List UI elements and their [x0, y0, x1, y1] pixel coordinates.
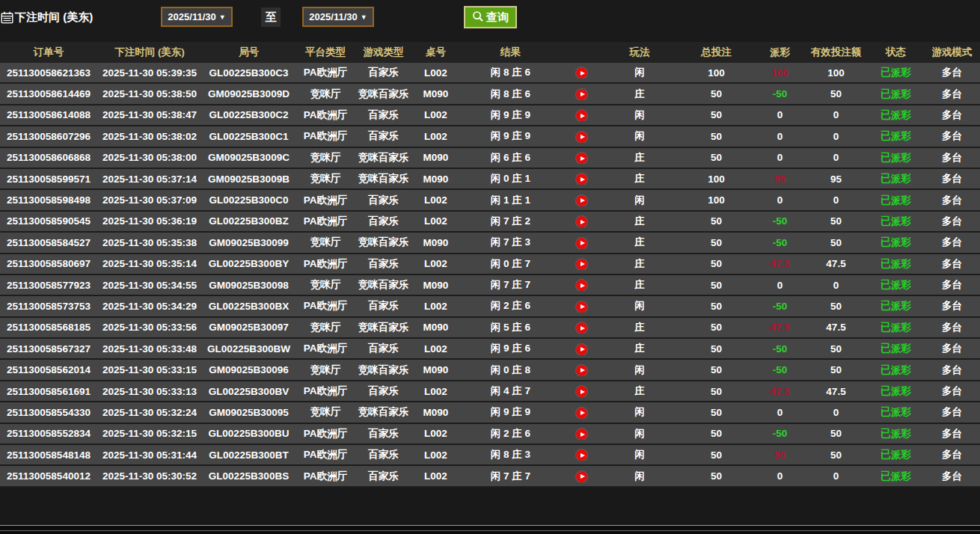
order-id-cell: 251130058562014 — [0, 364, 97, 375]
replay-cell — [561, 406, 602, 419]
mode-cell: 多台 — [924, 194, 980, 207]
valid-bet-cell: 47.5 — [804, 386, 868, 397]
game-type-cell: 百家乐 — [355, 108, 411, 122]
order-id-cell: 251130058577923 — [0, 280, 97, 291]
replay-icon[interactable] — [576, 216, 587, 227]
search-button[interactable]: 查询 — [464, 6, 517, 28]
bet-time-filter-label: 下注时间 (美东) — [15, 10, 93, 25]
mode-cell: 多台 — [924, 236, 980, 249]
total-bet-cell: 50 — [677, 88, 756, 99]
replay-icon[interactable] — [576, 386, 587, 397]
order-id-cell: 251130058590545 — [0, 215, 97, 227]
table-row: 2511300586140882025-11-30 05:38:47GL0022… — [0, 105, 980, 126]
header-cell: 玩法 — [602, 46, 677, 59]
platform-cell: PA欧洲厅 — [295, 194, 355, 207]
replay-icon[interactable] — [576, 259, 587, 270]
status-cell: 已派彩 — [868, 66, 924, 79]
status-cell: 已派彩 — [868, 236, 924, 249]
order-id-cell: 251130058621363 — [0, 67, 97, 79]
round-id-cell: GL00225B300BV — [202, 386, 295, 397]
payout-cell: 0 — [756, 109, 804, 120]
valid-bet-cell: 47.5 — [804, 322, 868, 333]
replay-icon[interactable] — [576, 471, 587, 482]
table-no-cell: L002 — [411, 343, 460, 355]
replay-icon[interactable] — [576, 280, 587, 291]
replay-icon[interactable] — [576, 89, 587, 100]
bet-time-cell: 2025-11-30 05:32:15 — [97, 428, 202, 439]
table-row: 2511300586144692025-11-30 05:38:50GM0902… — [0, 84, 980, 105]
table-no-cell: L002 — [411, 109, 460, 120]
game-type-cell: 竞咪百家乐 — [355, 151, 411, 165]
replay-icon[interactable] — [576, 301, 587, 313]
replay-icon[interactable] — [576, 429, 587, 440]
game-type-cell: 竞咪百家乐 — [355, 236, 411, 249]
result-cell: 闲 6 庄 6 — [460, 151, 561, 165]
replay-cell — [561, 470, 602, 482]
play-cell: 庄 — [602, 151, 677, 165]
bet-time-cell: 2025-11-30 05:38:50 — [97, 88, 202, 99]
order-id-cell: 251130058561691 — [0, 386, 97, 397]
replay-icon[interactable] — [576, 238, 587, 249]
bet-time-cell: 2025-11-30 05:31:44 — [97, 449, 202, 461]
order-id-cell: 251130058598498 — [0, 194, 97, 206]
total-bet-cell: 50 — [677, 258, 756, 269]
valid-bet-cell: 50 — [804, 301, 868, 312]
replay-cell — [561, 109, 602, 122]
result-cell: 闲 9 庄 6 — [460, 342, 561, 355]
replay-icon[interactable] — [576, 67, 587, 79]
header-cell: 桌号 — [411, 46, 460, 59]
play-cell: 庄 — [602, 321, 677, 334]
payout-cell: 95 — [756, 174, 804, 185]
round-id-cell: GL00225B300C1 — [202, 131, 295, 142]
replay-icon[interactable] — [576, 344, 587, 355]
bet-time-cell: 2025-11-30 05:34:55 — [97, 280, 202, 291]
replay-icon[interactable] — [576, 153, 587, 164]
table-no-cell: L002 — [411, 131, 460, 142]
platform-cell: 竞咪厅 — [295, 151, 355, 165]
game-type-cell: 竞咪百家乐 — [355, 88, 411, 101]
replay-cell — [561, 215, 602, 228]
order-id-cell: 251130058540012 — [0, 470, 97, 482]
records-body: 2511300586213632025-11-30 05:39:35GL0022… — [0, 63, 980, 488]
table-no-cell: M090 — [411, 364, 460, 375]
play-triangle — [581, 411, 585, 415]
replay-icon[interactable] — [576, 408, 587, 419]
bet-records-page: 下注时间 (美东) 2025/11/30 ▼ 至 2025/11/30 ▼ 查询… — [0, 0, 980, 534]
replay-icon[interactable] — [576, 322, 587, 334]
replay-cell — [561, 88, 602, 100]
header-cell: 下注时间 (美东) — [97, 46, 202, 59]
platform-cell: PA欧洲厅 — [295, 448, 355, 461]
replay-icon[interactable] — [576, 110, 587, 121]
date-to-select[interactable]: 2025/11/30 ▼ — [302, 7, 374, 27]
replay-icon[interactable] — [576, 449, 587, 461]
result-cell: 闲 8 庄 6 — [460, 88, 561, 101]
result-cell: 闲 9 庄 9 — [460, 129, 561, 143]
bet-time-cell: 2025-11-30 05:35:38 — [97, 237, 202, 248]
replay-cell — [561, 322, 602, 334]
result-cell: 闲 2 庄 6 — [460, 299, 561, 313]
replay-cell — [561, 236, 602, 249]
result-cell: 闲 0 庄 8 — [460, 363, 561, 377]
table-row: 2511300585681852025-11-30 05:33:56GM0902… — [0, 318, 980, 339]
order-id-cell: 251130058580697 — [0, 258, 97, 269]
play-triangle — [581, 432, 585, 437]
replay-icon[interactable] — [576, 365, 587, 376]
table-row: 2511300585481482025-11-30 05:31:44GL0022… — [0, 445, 980, 466]
replay-icon[interactable] — [576, 132, 587, 143]
platform-cell: PA欧洲厅 — [295, 66, 355, 79]
replay-icon[interactable] — [576, 195, 587, 206]
replay-icon[interactable] — [576, 174, 587, 185]
bet-time-cell: 2025-11-30 05:36:19 — [97, 215, 202, 227]
mode-cell: 多台 — [924, 88, 980, 101]
search-button-label: 查询 — [486, 10, 509, 25]
table-no-cell: L002 — [411, 258, 460, 269]
payout-cell: 50 — [756, 449, 804, 461]
mode-cell: 多台 — [924, 405, 980, 419]
date-from-select[interactable]: 2025/11/30 ▼ — [161, 7, 233, 27]
order-id-cell: 251130058552834 — [0, 428, 97, 439]
payout-cell: 0 — [756, 407, 804, 418]
payout-cell: 0 — [756, 131, 804, 142]
total-bet-cell: 100 — [677, 194, 756, 206]
status-cell: 已派彩 — [868, 129, 924, 143]
platform-cell: 竞咪厅 — [295, 405, 355, 419]
